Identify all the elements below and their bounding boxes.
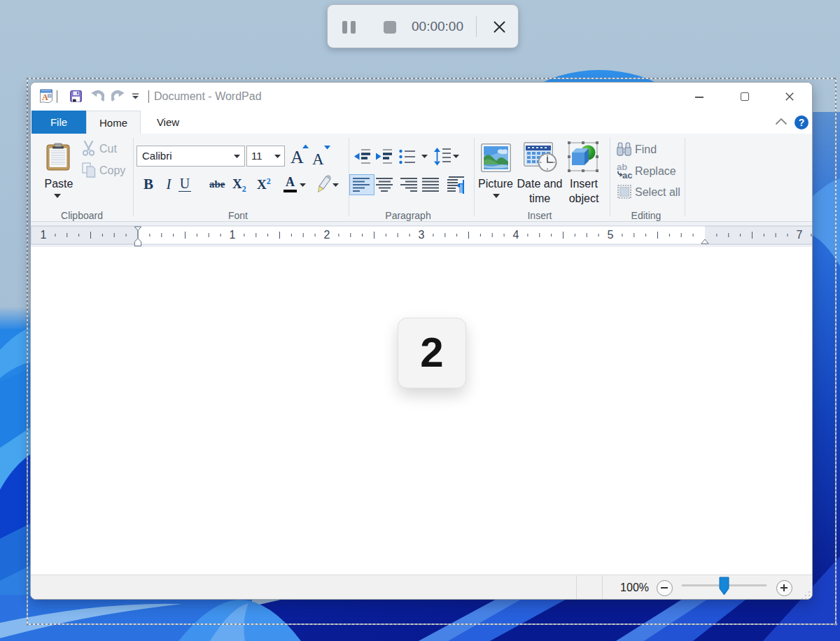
svg-text:1: 1 (230, 229, 236, 241)
svg-text:3: 3 (419, 229, 425, 241)
svg-text:2: 2 (324, 229, 330, 241)
svg-text:1: 1 (41, 229, 47, 241)
svg-text:4: 4 (513, 229, 519, 241)
svg-text:5: 5 (608, 229, 614, 241)
svg-text:¶: ¶ (457, 182, 463, 194)
svg-text:7: 7 (797, 229, 803, 241)
svg-text:A: A (42, 92, 48, 102)
svg-text:A: A (312, 150, 324, 167)
svg-text:A: A (290, 147, 304, 167)
svg-text:ac: ac (622, 170, 632, 179)
